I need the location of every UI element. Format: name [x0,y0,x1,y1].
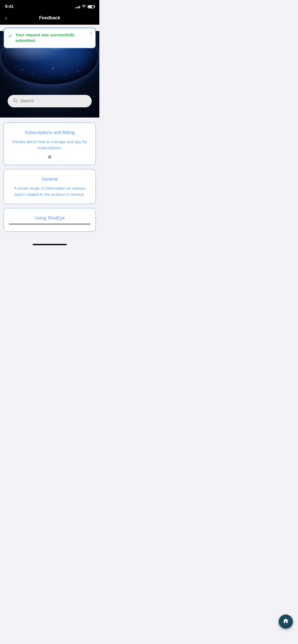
svg-line-1 [16,101,17,102]
close-banner-button[interactable]: × [90,31,92,36]
category-card-general[interactable]: General A broad range of information on … [4,169,96,204]
status-time: 9:41 [5,4,14,9]
search-input[interactable] [20,98,87,104]
search-bar[interactable] [8,95,92,107]
category-title-shuteye: Using ShutEye [9,215,90,224]
category-card-subscriptions[interactable]: Subscriptions and Billing Articles about… [4,123,96,165]
status-bar: 9:41 [0,0,99,12]
nav-bar: ‹ Feedback [0,12,99,25]
battery-icon [88,5,94,8]
search-container [8,95,92,107]
wifi-icon [82,5,86,9]
success-message: Your request was successfully submitted. [15,32,85,44]
card-dot-subscriptions [48,155,51,159]
search-icon [13,98,18,104]
home-indicator [33,244,67,245]
success-icon: ✓ [8,33,13,39]
category-card-shuteye[interactable]: Using ShutEye [4,208,96,232]
category-title-subscriptions: Subscriptions and Billing [9,130,90,135]
content-area: Subscriptions and Billing Articles about… [0,118,99,242]
city-lights [1,64,98,90]
category-desc-subscriptions: Articles about how to manage and pay for… [9,139,90,151]
status-icons [75,5,94,9]
success-banner: ✓ Your request was successfully submitte… [4,28,96,48]
category-desc-general: A broad range of information on various … [9,185,90,198]
page-title: Feedback [39,15,60,21]
signal-icon [75,5,80,8]
back-button[interactable]: ‹ [5,15,7,21]
category-title-general: General [9,177,90,182]
